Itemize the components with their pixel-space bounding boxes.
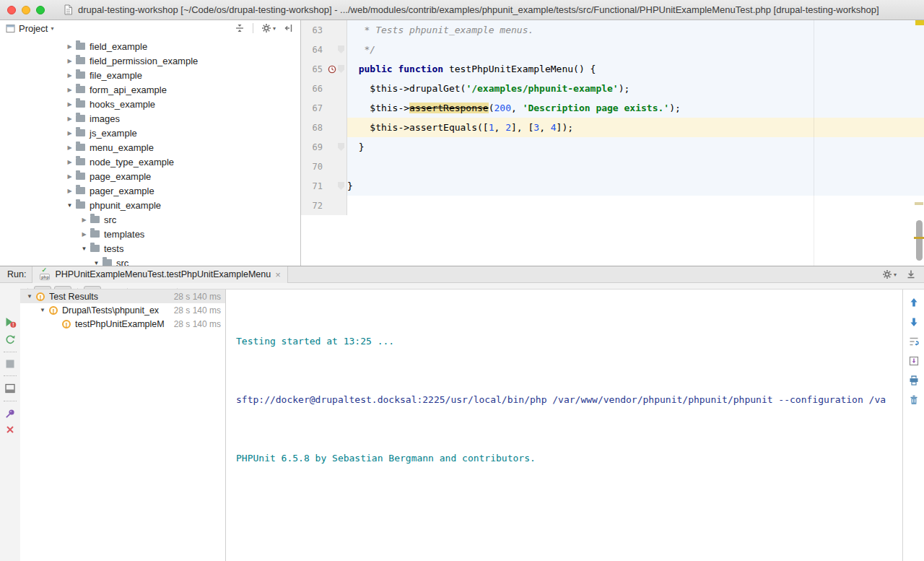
gear-icon[interactable]: ▾ — [261, 22, 276, 34]
editor-line-72: 72 — [301, 196, 924, 215]
project-tree: ▶field_example ▶field_permission_example… — [0, 36, 300, 266]
chevron-right-icon[interactable]: ▶ — [66, 130, 74, 136]
clear-console-trash-icon[interactable] — [908, 394, 920, 406]
chevron-right-icon[interactable]: ▶ — [66, 144, 74, 151]
rerun-failed-tests-icon[interactable]: ! — [4, 316, 17, 329]
tree-item-node-type-example[interactable]: ▶node_type_example — [0, 155, 300, 169]
chevron-down-icon[interactable]: ▼ — [26, 293, 33, 300]
folder-icon — [76, 173, 85, 180]
rerun-icon[interactable] — [4, 334, 16, 345]
title-bar: drupal-testing-workshop [~/Code/os/drupa… — [0, 0, 924, 20]
chevron-down-icon[interactable]: ▾ — [51, 25, 53, 32]
test-results-root-row[interactable]: ▼ ! Test Results 28 s 140 ms — [20, 290, 225, 303]
folder-icon — [76, 187, 85, 194]
tree-item-hooks-example[interactable]: ▶hooks_example — [0, 97, 300, 111]
php-test-file-icon: ✓ php — [39, 269, 51, 280]
test-suite-label: Drupal\Tests\phpunit_ex — [62, 305, 170, 316]
test-console-output[interactable]: Testing started at 13:25 ... sftp://dock… — [226, 289, 902, 561]
fold-marker-icon[interactable] — [338, 143, 344, 151]
fold-marker-icon[interactable] — [338, 45, 344, 53]
test-method-row[interactable]: ! testPhpUnitExampleM 28 s 140 ms — [20, 317, 225, 331]
editor-line-68-current: 68 $this->assertEquals([1, 2], [3, 4]); — [301, 118, 924, 137]
folder-icon — [76, 144, 85, 151]
tree-item-field-permission-example[interactable]: ▶field_permission_example — [0, 53, 300, 68]
editor-line-67: 67 $this->assertResponse(200, 'Descripti… — [301, 98, 924, 118]
scrollbar-thumb[interactable] — [916, 220, 923, 261]
tree-item-form-api-example[interactable]: ▶form_api_example — [0, 82, 300, 97]
down-arrow-icon[interactable] — [908, 316, 920, 328]
run-tab-phpunit-test[interactable]: ✓ php PHPUnitExampleMenuTest.testPhpUnit… — [32, 266, 287, 283]
restore-layout-icon[interactable] — [4, 383, 16, 394]
hide-tool-window-icon[interactable] — [905, 269, 917, 280]
chevron-right-icon[interactable]: ▶ — [66, 58, 74, 64]
tree-item-tests-src[interactable]: ▼src — [0, 256, 300, 266]
hide-panel-icon[interactable] — [283, 22, 295, 34]
tree-item-src[interactable]: ▶src — [0, 212, 300, 227]
tree-item-page-example[interactable]: ▶page_example — [0, 169, 300, 183]
chevron-right-icon[interactable]: ▶ — [66, 43, 74, 50]
folder-icon — [90, 245, 100, 252]
folder-icon — [76, 57, 85, 64]
deprecated-method-highlight: assertResponse — [409, 103, 489, 113]
chevron-right-icon[interactable]: ▶ — [66, 116, 74, 122]
locate-file-icon[interactable] — [234, 22, 245, 34]
soft-wrap-icon[interactable] — [908, 336, 920, 347]
warning-stripe-mark[interactable] — [914, 237, 924, 239]
folder-icon — [76, 115, 85, 122]
svg-text:!: ! — [12, 322, 14, 327]
close-icon[interactable] — [5, 425, 15, 435]
up-arrow-icon[interactable] — [908, 297, 920, 308]
close-window-button[interactable] — [7, 6, 16, 14]
window-controls — [7, 6, 45, 14]
chevron-right-icon[interactable]: ▶ — [80, 217, 88, 223]
chevron-down-icon[interactable]: ▼ — [66, 202, 74, 209]
tree-item-field-example[interactable]: ▶field_example — [0, 39, 300, 53]
folder-icon — [76, 129, 85, 136]
test-suite-row[interactable]: ▼ ! Drupal\Tests\phpunit_ex 28 s 140 ms — [20, 303, 225, 317]
test-history-clock-icon[interactable] — [328, 65, 336, 74]
project-panel-title[interactable]: Project — [19, 23, 48, 34]
folder-icon — [76, 158, 85, 165]
editor-line-70: 70 — [301, 157, 924, 176]
tree-item-menu-example[interactable]: ▶menu_example — [0, 140, 300, 155]
run-label: Run: — [0, 269, 32, 279]
zoom-window-button[interactable] — [36, 6, 45, 14]
chevron-right-icon[interactable]: ▶ — [66, 101, 74, 108]
editor-line-63: 63 * Tests phpunit_example menus. — [301, 20, 924, 40]
tree-item-phpunit-example[interactable]: ▼phpunit_example — [0, 198, 300, 212]
warning-stripe-mark[interactable] — [915, 20, 924, 25]
gear-icon[interactable]: ▾ — [881, 269, 897, 280]
fold-marker-icon[interactable] — [338, 182, 344, 190]
code-editor[interactable]: 63 * Tests phpunit_example menus. 64 */ … — [301, 20, 924, 266]
chevron-down-icon[interactable]: ▼ — [92, 260, 100, 266]
chevron-down-icon[interactable]: ▼ — [39, 307, 46, 313]
scroll-to-end-icon[interactable] — [908, 355, 920, 367]
chevron-right-icon[interactable]: ▶ — [66, 173, 74, 180]
chevron-right-icon[interactable]: ▶ — [66, 72, 74, 79]
toolbar-separator — [4, 375, 17, 376]
tree-item-tests[interactable]: ▼tests — [0, 241, 300, 256]
pin-icon[interactable] — [4, 408, 16, 419]
warning-stripe-mark[interactable] — [915, 202, 923, 205]
chevron-right-icon[interactable]: ▶ — [66, 159, 74, 165]
stop-icon[interactable] — [5, 359, 15, 369]
folder-icon — [76, 86, 85, 93]
tree-item-js-example[interactable]: ▶js_example — [0, 126, 300, 140]
editor-scrollbar[interactable] — [914, 20, 924, 266]
editor-line-71: 71 } — [301, 176, 924, 196]
close-tab-icon[interactable]: × — [275, 270, 281, 279]
tree-item-file-example[interactable]: ▶file_example — [0, 68, 300, 82]
fold-marker-icon[interactable] — [338, 65, 344, 73]
print-icon[interactable] — [908, 375, 920, 386]
chevron-right-icon[interactable]: ▶ — [66, 87, 74, 93]
chevron-right-icon[interactable]: ▶ — [80, 231, 88, 238]
tree-item-images[interactable]: ▶images — [0, 111, 300, 126]
minimize-window-button[interactable] — [22, 6, 30, 14]
chevron-down-icon[interactable]: ▼ — [80, 245, 88, 252]
folder-icon — [90, 230, 100, 238]
chevron-right-icon[interactable]: ▶ — [66, 188, 74, 194]
tree-item-pager-example[interactable]: ▶pager_example — [0, 183, 300, 198]
toolbar-separator — [4, 352, 17, 352]
tree-item-templates[interactable]: ▶templates — [0, 227, 300, 241]
folder-icon — [76, 43, 85, 50]
